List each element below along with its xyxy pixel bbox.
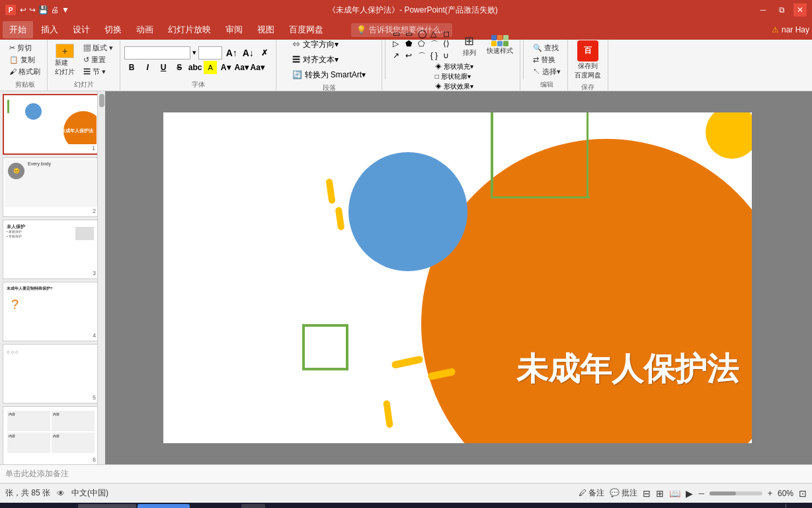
language: 中文(中国) <box>71 487 108 499</box>
char-spacing-button[interactable]: Aa▾ <box>234 61 249 74</box>
shape-outline-button[interactable]: □ 形状轮廓▾ <box>435 72 473 81</box>
slide-thumb-6[interactable]: 内容 内容 内容 内容 6 <box>3 406 99 464</box>
reset-button[interactable]: ↺ 重置 <box>81 54 116 65</box>
menu-animation[interactable]: 动画 <box>130 21 160 38</box>
taskbar-tray: ∧ S中 🌐 🔊 中 🗨 19:43 2021/8/18 Ai <box>676 504 809 508</box>
slide-canvas[interactable]: 未成年人保护法 <box>163 112 752 443</box>
close-button[interactable]: ✕ <box>793 3 807 17</box>
status-right: 🖊 备注 💬 批注 ⊟ ⊞ 📖 ▶ ─ + 60% ⊡ <box>579 487 807 499</box>
slide-yellow-dash-5 <box>383 400 393 429</box>
select-button[interactable]: ↖ 选择▾ <box>530 66 563 77</box>
text-direction-button[interactable]: ⇔ 文字方向▾ <box>291 38 339 52</box>
menu-design[interactable]: 设计 <box>66 21 97 38</box>
slide-thumb-4[interactable]: 未成年人要定制特殊保护? ? 4 <box>3 282 99 341</box>
zoom-in-button[interactable]: + <box>768 489 772 498</box>
sogou-input-button[interactable]: 搜 <box>216 504 240 508</box>
convert-smartart-button[interactable]: 🔄 转换为 SmartArt▾ <box>291 68 367 82</box>
bold-button[interactable]: B <box>124 61 139 74</box>
python-button[interactable]: 🐍 <box>266 504 290 508</box>
slide-panel-scrollbar[interactable] <box>102 91 105 464</box>
minimize-button[interactable]: ─ <box>756 3 770 17</box>
settings-button[interactable]: ⚙ <box>317 504 341 508</box>
underline-button[interactable]: U <box>156 61 171 74</box>
slide-sorter-button[interactable]: ⊞ <box>656 488 664 499</box>
slide-thumb-5[interactable]: ◇ ◇ ◇ 5 <box>3 344 99 403</box>
font-decrease-button[interactable]: A↓ <box>241 46 255 60</box>
start-button[interactable] <box>3 504 26 508</box>
replace-button[interactable]: ⇄ 替换 <box>530 54 563 65</box>
main-area: 未成年人保护法 1 😊 Every body 2 未人保护 • 家庭保护 • 学… <box>0 91 812 464</box>
font-increase-button[interactable]: A↑ <box>224 46 239 60</box>
menu-review[interactable]: 审阅 <box>219 21 249 38</box>
menu-view[interactable]: 视图 <box>251 21 281 38</box>
comments-button[interactable]: 💬 批注 <box>610 487 637 499</box>
editing-label: 编辑 <box>540 79 553 89</box>
font-family-input[interactable] <box>124 46 190 60</box>
new-slide-button[interactable]: + 新建幻灯片 <box>52 42 78 78</box>
find-button[interactable]: 🔍 查找 <box>530 42 563 54</box>
warning-icon: ⚠ <box>772 25 779 34</box>
notes-placeholder: 单击此处添加备注 <box>5 468 69 480</box>
font-color-button[interactable]: A▾ <box>218 61 233 74</box>
normal-view-button[interactable]: ⊟ <box>643 488 651 499</box>
restore-button[interactable]: ⧉ <box>775 3 788 17</box>
quick-access[interactable]: ↩ ↪ 💾 🖨 ▼ <box>20 5 69 15</box>
sumatra-button[interactable]: S <box>191 504 215 508</box>
ribbon-paragraph: ⇔ 文字方向▾ ☰ 对齐文本▾ 🔄 转换为 SmartArt▾ 段落 <box>276 40 382 91</box>
slide-thumb-1[interactable]: 未成年人保护法 1 <box>3 94 99 155</box>
menu-transition[interactable]: 切换 <box>98 21 128 38</box>
sort-button[interactable]: ⊞ 排列 <box>456 32 483 59</box>
highlight-color-button[interactable]: A <box>204 61 217 74</box>
italic-button[interactable]: I <box>140 61 155 74</box>
menu-insert[interactable]: 插入 <box>34 21 65 38</box>
shape-effect-button[interactable]: ◈ 形状效果▾ <box>435 82 473 91</box>
slideshow-button[interactable]: ▶ <box>686 488 693 499</box>
strikethrough-button[interactable]: S <box>172 61 186 74</box>
browser-button[interactable]: 🌐 <box>292 504 315 508</box>
ie-button[interactable]: 🌐 <box>53 504 77 508</box>
font-size-input[interactable] <box>198 46 222 60</box>
clear-format-button[interactable]: ✗ <box>257 46 272 60</box>
slide-thumb-2[interactable]: 😊 Every body 2 <box>3 157 99 217</box>
quick-styles-button[interactable]: 快速样式 <box>484 34 516 57</box>
ribbon-font: ▾ A↑ A↓ ✗ B I U S abc A A▾ Aa▾ Aa▾ 字体 <box>120 40 276 91</box>
ribbon-clipboard: ✂ 剪切 📋 复制 🖌 格式刷 剪贴板 <box>3 40 48 91</box>
search-button[interactable]: 🔍 搜索一下 <box>138 504 190 508</box>
align-text-button[interactable]: ☰ 对齐文本▾ <box>291 53 339 67</box>
activation-warning: nar Hay <box>782 25 809 34</box>
notes-button[interactable]: 🖊 备注 <box>579 487 604 499</box>
layout-button[interactable]: ▦ 版式 ▾ <box>81 42 116 54</box>
zoom-out-button[interactable]: ─ <box>698 489 704 498</box>
cortana-button[interactable]: 🔵 <box>28 504 52 508</box>
titlebar: P ↩ ↪ 💾 🖨 ▼ 《未成年人保护法》- PowerPoint(产品激活失败… <box>0 0 812 20</box>
show-desktop-button[interactable] <box>786 504 788 508</box>
cut-button[interactable]: ✂ 剪切 <box>7 42 43 54</box>
menu-baidu[interactable]: 百度网盘 <box>282 21 330 38</box>
change-case-button[interactable]: Aa▾ <box>250 61 264 74</box>
ppt-taskbar-button[interactable]: P <box>241 504 265 508</box>
lightbulb-icon: 💡 <box>356 25 366 34</box>
shadow-button[interactable]: abc <box>188 61 202 74</box>
zoom-slider[interactable] <box>710 491 762 495</box>
ribbon-save: 百 保存到百度网盘 保存 <box>568 40 608 91</box>
ribbon-editing: 🔍 查找 ⇄ 替换 ↖ 选择▾ 编辑 <box>526 40 568 91</box>
save-to-baidu-button[interactable]: 百 保存到百度网盘 <box>572 39 604 81</box>
format-painter-button[interactable]: 🖌 格式刷 <box>7 66 43 77</box>
slide-yellow-dash-3 <box>391 355 423 369</box>
menu-home[interactable]: 开始 <box>3 21 33 38</box>
slide-thumb-3[interactable]: 未人保护 • 家庭保护 • 学校保护 3 <box>3 220 99 279</box>
reading-view-button[interactable]: 📖 <box>669 488 680 499</box>
slide-panel: 未成年人保护法 1 😊 Every body 2 未人保护 • 家庭保护 • 学… <box>0 91 102 464</box>
zoom-level: 60% <box>778 489 793 498</box>
notes-bar[interactable]: 单击此处添加备注 <box>0 464 812 483</box>
copy-button[interactable]: 📋 复制 <box>7 54 43 65</box>
special-shoes-button[interactable]: ★ 特价运动鞋 <box>78 504 136 508</box>
menu-slideshow[interactable]: 幻灯片放映 <box>161 21 218 38</box>
section-button[interactable]: ☰ 节 ▾ <box>81 66 116 77</box>
slide-count: 张，共 85 张 <box>5 487 50 499</box>
slide-green-v2 <box>587 112 589 198</box>
slide-yellow-dash-2 <box>335 206 345 230</box>
shape-fill-button[interactable]: ◈ 形状填充▾ <box>435 62 473 71</box>
statusbar: 张，共 85 张 👁 中文(中国) 🖊 备注 💬 批注 ⊟ ⊞ 📖 ▶ ─ + … <box>0 483 812 503</box>
fit-button[interactable]: ⊡ <box>799 488 807 499</box>
